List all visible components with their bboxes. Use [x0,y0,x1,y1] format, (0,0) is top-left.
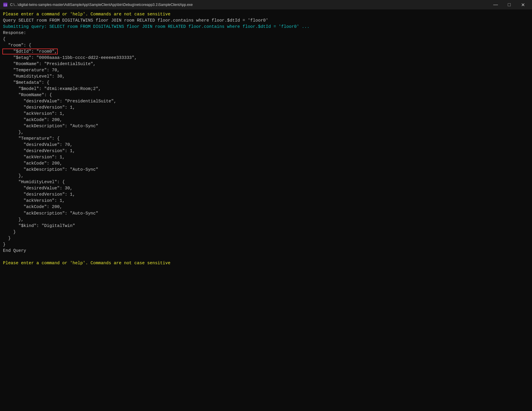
kind-line: "$kind": "DigitalTwin" [3,223,529,229]
window-controls: — □ ✕ [489,0,530,9]
ack-code-humidity: "ackCode": 200, [3,204,529,210]
titlebar: C# C:\...\digital-twins-samples-master\A… [0,0,532,9]
submitting-line: Submitting query: SELECT room FROM DIGIT… [3,24,529,30]
json-open: { [3,36,529,42]
desired-version-humidity: "desiredVersion": 1, [3,191,529,198]
temperature-meta-open: "Temperature": { [3,136,529,142]
humidity-meta-open: "HumidityLevel": { [3,179,529,185]
temperature-line: "Temperature": 70, [3,67,529,73]
ack-desc-humidity: "ackDescription": "Auto-Sync" [3,210,529,217]
close-button[interactable]: ✕ [516,0,530,9]
prompt-line-1: Please enter a command or 'help'. Comman… [3,11,529,17]
ack-code-temp: "ackCode": 200, [3,160,529,167]
dtid-highlighted: "$dtId": "room0", [3,49,57,54]
response-label: Response: [3,30,529,36]
ack-code-roomname: "ackCode": 200, [3,117,529,123]
roomname-meta-open: "RoomName": { [3,92,529,98]
desired-value-humidity: "desiredValue": 30, [3,185,529,191]
desired-version-temp: "desiredVersion": 1, [3,148,529,154]
console-output: Please enter a command or 'help'. Comman… [0,9,532,411]
prompt-line-2: Please enter a command or 'help'. Comman… [3,260,529,266]
model-line: "$model": "dtmi:example:Room;2", [3,86,529,92]
humidity-meta-close: }, [3,217,529,223]
desired-version-roomname: "desiredVersion": 1, [3,104,529,111]
dtid-line: "$dtId": "room0", [3,49,529,55]
roomname-line: "RoomName": "PresidentialSuite", [3,61,529,67]
metadata-open: "$metadata": { [3,80,529,86]
app-icon: C# [2,2,8,8]
app-window: C# C:\...\digital-twins-samples-master\A… [0,0,532,411]
roomname-meta-close: }, [3,129,529,136]
ack-desc-roomname: "ackDescription": "Auto-Sync" [3,123,529,129]
end-query: End Query [3,248,529,254]
humidity-line: "HumidityLevel": 30, [3,73,529,80]
desired-value-roomname: "desiredValue": "PresidentialSuite", [3,98,529,104]
ack-version-humidity: "ackVersion": 1, [3,198,529,204]
metadata-close: } [3,229,529,235]
ack-desc-temp: "ackDescription": "Auto-Sync" [3,167,529,173]
room-close: } [3,235,529,241]
svg-text:C#: C# [4,4,7,7]
query-line: Query SELECT room FROM DIGITALTWINS floo… [3,17,529,24]
etag-line: "$etag": "0000aaaa-11bb-cccc-dd22-eeeeee… [3,55,529,61]
blank-line [3,254,529,260]
window-title: C:\...\digital-twins-samples-master\AdtS… [10,3,489,7]
room-open: "room": { [3,42,529,49]
desired-value-temp: "desiredValue": 70, [3,142,529,148]
ack-version-temp: "ackVersion": 1, [3,154,529,160]
ack-version-roomname: "ackVersion": 1, [3,111,529,117]
minimize-button[interactable]: — [489,0,502,9]
temperature-meta-close: }, [3,173,529,179]
json-close: } [3,241,529,248]
maximize-button[interactable]: □ [502,0,516,9]
